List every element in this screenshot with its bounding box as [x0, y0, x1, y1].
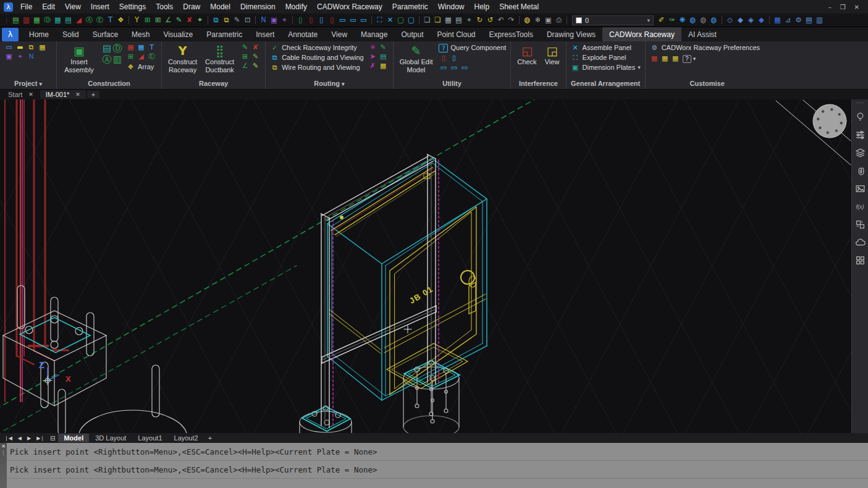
menu-item-model[interactable]: Model [205, 1, 235, 12]
text-t-icon[interactable]: T [147, 43, 156, 52]
ribbon-tab-ai-assist[interactable]: AI Assist [681, 27, 723, 41]
menu-item-window[interactable]: Window [433, 1, 470, 12]
drawing-red-icon[interactable]: ▥ [21, 15, 32, 25]
brush-2-icon[interactable]: ▭ [348, 15, 358, 25]
table-panel-icon[interactable]: ▦ [772, 15, 783, 25]
draft-icon[interactable]: ⊿ [783, 15, 793, 25]
brush-3-icon[interactable]: ▭ [358, 15, 369, 25]
match-props-icon[interactable]: ✑ [667, 15, 677, 25]
attachment-icon[interactable] [855, 166, 866, 176]
panel-title-routing[interactable]: Routing ▾ [270, 79, 389, 89]
lock-icon[interactable]: ▣ [543, 15, 554, 25]
bulb-blue-2-icon[interactable]: ◍ [709, 15, 719, 25]
list-panel-icon[interactable]: ▤ [804, 15, 814, 25]
components-icon[interactable] [855, 219, 866, 230]
search-purple-icon[interactable]: ⌖ [279, 15, 290, 25]
next-layout-button[interactable]: ▶ [25, 435, 33, 441]
bulb-blue-1-icon[interactable]: ◍ [688, 15, 698, 25]
notes-n-icon[interactable]: N [258, 15, 269, 25]
insert-assembly-button[interactable]: ▣ Insert Assembly [61, 43, 97, 74]
circle-a-icon[interactable]: Ⓐ [101, 54, 112, 65]
eraser-icon[interactable]: ◢ [74, 15, 84, 25]
door-edit-icon[interactable]: ▯ [316, 15, 327, 25]
media-icon[interactable]: ▣ [269, 15, 279, 25]
add-green-icon[interactable]: ⊞ [240, 53, 250, 61]
interference-check-button[interactable]: ◱ Check [515, 43, 538, 67]
plate-red-icon[interactable]: ▦ [126, 43, 135, 52]
delete-magenta-icon[interactable]: ✗ [368, 62, 377, 70]
sync-1-icon[interactable]: ↻ [474, 15, 485, 25]
panel-title-project[interactable]: Project ▾ [4, 79, 52, 89]
menu-item-settings[interactable]: Settings [114, 1, 151, 12]
open-drawing-icon[interactable]: ▤ [11, 15, 21, 25]
wire-routing-and-viewing-button[interactable]: ⧉Wire Routing and Viewing [270, 63, 364, 72]
help-button[interactable]: ? [683, 55, 691, 63]
save-as-icon[interactable]: ▤ [453, 15, 464, 25]
table-1-icon[interactable]: ▦ [660, 54, 670, 63]
ribbon-tab-view[interactable]: View [324, 27, 354, 41]
eraser-icon[interactable]: ◢ [137, 53, 146, 61]
new-file-icon[interactable]: ❏ [422, 15, 432, 25]
menu-item-help[interactable]: Help [469, 1, 494, 12]
construct-raceway-button[interactable]: Y ConstructRaceway [166, 43, 199, 74]
layout-tab-3d-layout[interactable]: 3D Layout [90, 434, 132, 442]
document-tab-start[interactable]: Start✕ [2, 90, 39, 99]
query-door-icon[interactable]: ▯ [295, 15, 306, 25]
cube-blue-icon[interactable]: ◆ [756, 15, 767, 25]
angle-green-icon[interactable]: ∠ [240, 62, 250, 70]
delete-red-icon[interactable]: ✘ [184, 15, 195, 25]
ribbon-tab-output[interactable]: Output [394, 27, 430, 41]
drawing-canvas[interactable]: JB 01 Z X [0, 99, 851, 433]
cube-orbit-icon[interactable]: ◈ [746, 15, 756, 25]
menu-item-tools[interactable]: Tools [151, 1, 178, 12]
layer-dropdown[interactable]: 0▾ [572, 15, 654, 25]
command-line-panel[interactable]: ✕⋮ Pick insert point <Rightbutton=Menu>,… [0, 443, 868, 488]
fields-fx-icon[interactable]: f(x) [855, 201, 866, 212]
grid-green-icon[interactable]: ⊞ [142, 15, 153, 25]
panel-schedule-icon[interactable]: ▤ [101, 43, 112, 54]
box-yellow-icon[interactable]: ▦ [379, 62, 388, 70]
flip-green-icon[interactable]: ✎ [251, 62, 260, 70]
gear-icon[interactable]: ⚙ [793, 15, 804, 25]
new-layout-button[interactable]: + [204, 434, 216, 442]
redo-icon[interactable]: ↷ [506, 15, 516, 25]
freeze-icon[interactable]: ❄ [533, 15, 543, 25]
array-button[interactable]: ❖ Array [126, 62, 157, 72]
cloud-icon[interactable] [855, 237, 866, 248]
help-dropdown-caret[interactable]: ▾ [693, 56, 696, 62]
frame-green-icon[interactable]: ▢ [395, 15, 406, 25]
brush-1-icon[interactable]: ▭ [337, 15, 348, 25]
cube-wire-icon[interactable]: ◇ [725, 15, 735, 25]
interference-view-button[interactable]: ◲ View [543, 43, 562, 67]
ribbon-tab-manage[interactable]: Manage [354, 27, 394, 41]
toolbar-grip[interactable]: ⋮ [2, 17, 11, 23]
menu-item-file[interactable]: File [15, 1, 37, 12]
last-layout-button[interactable]: ▶❘ [34, 435, 47, 441]
first-layout-button[interactable]: ❘◀ [2, 435, 15, 441]
save-icon[interactable]: ▦ [443, 15, 453, 25]
cube-solid-icon[interactable]: ◆ [735, 15, 746, 25]
bulb-icon[interactable]: ◍ [522, 15, 533, 25]
layout-tab-model[interactable]: Model [58, 434, 89, 442]
nav-sphere[interactable] [776, 100, 851, 165]
copy-sheets-icon[interactable]: ⧉ [27, 43, 36, 52]
close-button[interactable]: ✕ [854, 4, 859, 11]
plate-blue-icon[interactable]: ▦ [137, 43, 146, 52]
array-icon[interactable]: ❖ [116, 15, 126, 25]
printer-icon[interactable]: ⎙ [554, 15, 564, 25]
circle-d-icon[interactable]: Ⓓ [112, 43, 123, 54]
ribbon-tab-solid[interactable]: Solid [56, 27, 86, 41]
raceway-preferences-button[interactable]: ⚙ CADWorx Raceway Preferences [650, 43, 760, 53]
menu-item-cadworx-raceway[interactable]: CADWorx Raceway [312, 1, 387, 12]
undo-icon[interactable]: ↶ [495, 15, 506, 25]
close-tab-icon[interactable]: ✕ [28, 91, 33, 98]
schedule-icon[interactable]: ▤ [63, 15, 74, 25]
circle-e-icon[interactable]: Ⓔ [95, 15, 105, 25]
model-viewport[interactable]: JB 01 Z X [0, 99, 851, 433]
delete-red-icon[interactable]: ✘ [251, 43, 260, 52]
new-document-tab-button[interactable]: + [87, 91, 99, 98]
modify-green-icon[interactable]: ✦ [195, 15, 205, 25]
text-t-icon[interactable]: T [105, 15, 116, 25]
app-menu-button[interactable]: λ [2, 28, 19, 41]
command-panel-grip[interactable]: ✕⋮ [0, 443, 7, 488]
